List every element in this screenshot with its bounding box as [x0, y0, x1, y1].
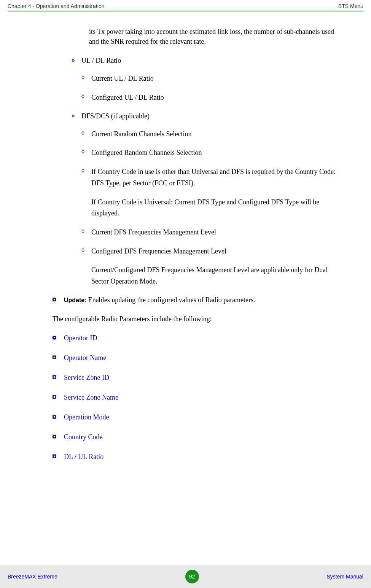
diamond-bullet-icon: ◊: [81, 246, 91, 257]
page-header: Chapter 4 - Operation and Administration…: [0, 0, 371, 11]
sub-bullet-label: UL / DL Ratio: [81, 56, 121, 65]
square-bullet-icon: [53, 413, 64, 422]
diamond-bullet-item: ◊ Current UL / DL Ratio: [81, 73, 344, 84]
square-bullet-icon: [53, 334, 64, 343]
update-description: : Enables updating the configured values…: [84, 296, 255, 304]
diamond-bullet-text: Configured DFS Frequencies Management Le…: [91, 246, 344, 257]
arrow-bullet-icon: »: [72, 56, 81, 65]
update-text: Update: Enables updating the configured …: [64, 295, 344, 305]
link-text[interactable]: Service Zone ID: [64, 373, 344, 382]
link-bullet-operator-id: Operator ID: [53, 333, 344, 343]
intro-paragraph: The configurable Radio Parameters includ…: [53, 314, 344, 324]
diamond-bullet-icon: ◊: [81, 92, 91, 104]
link-bullet-operation-mode: Operation Mode: [53, 412, 344, 422]
link-text[interactable]: Operator ID: [64, 333, 344, 343]
link-bullet-dl-ul-ratio: DL / UL Ratio: [53, 452, 344, 462]
footer-product-name[interactable]: BreezeMAX Extreme: [8, 574, 57, 580]
diamond-bullet-icon: ◊: [81, 227, 91, 238]
diamond-bullet-icon: ◊: [81, 147, 91, 159]
square-bullet-icon: [53, 354, 64, 363]
footer-manual-title[interactable]: System Manual: [327, 574, 363, 580]
link-bullet-service-zone-id: Service Zone ID: [53, 373, 344, 382]
header-chapter-title: Chapter 4 - Operation and Administration: [8, 3, 104, 9]
link-text[interactable]: Operator Name: [64, 353, 344, 363]
link-bullet-operator-name: Operator Name: [53, 353, 344, 363]
page-number-badge: 92: [185, 570, 199, 583]
diamond-bullet-text: Current DFS Frequencies Management Level: [91, 227, 344, 238]
diamond-bullet-text: Current UL / DL Ratio: [91, 73, 344, 84]
update-bullet: Update: Enables updating the configured …: [53, 295, 344, 305]
page-footer: BreezeMAX Extreme 92 System Manual: [0, 565, 371, 588]
main-content: its Tx power taking into account the est…: [0, 11, 371, 479]
continuation-text: If Country Code is Universal: Current DF…: [91, 197, 344, 219]
square-bullet-icon: [53, 433, 64, 442]
diamond-bullet-item: ◊ Configured DFS Frequencies Management …: [81, 246, 344, 257]
square-bullet-icon: [53, 453, 64, 462]
sub-bullet-dfs-dcs: » DFS/DCS (if applicable): [72, 111, 344, 121]
diamond-bullet-text: If Country Code in use is other than Uni…: [91, 166, 344, 189]
link-bullet-country-code: Country Code: [53, 432, 344, 442]
diamond-bullet-item: ◊ Configured UL / DL Ratio: [81, 92, 344, 104]
link-text[interactable]: Country Code: [64, 432, 344, 442]
diamond-bullet-text: Current Random Channels Selection: [91, 129, 344, 140]
square-bullet-icon: [53, 374, 64, 382]
diamond-bullet-icon: ◊: [81, 73, 91, 84]
arrow-bullet-icon: »: [72, 111, 81, 121]
diamond-bullet-text: Configured UL / DL Ratio: [91, 92, 344, 104]
update-bold-label: Update: [64, 297, 84, 303]
diamond-bullet-icon: ◊: [81, 129, 91, 140]
diamond-bullet-item: ◊ Current DFS Frequencies Management Lev…: [81, 227, 344, 238]
square-bullet-icon: [53, 394, 64, 402]
diamond-bullet-icon: ◊: [81, 166, 91, 189]
continuation-paragraph: its Tx power taking into account the est…: [89, 27, 344, 46]
diamond-bullet-item: ◊ If Country Code in use is other than U…: [81, 166, 344, 189]
link-text[interactable]: Operation Mode: [64, 412, 344, 422]
sub-bullet-ul-dl-ratio: » UL / DL Ratio: [72, 56, 344, 65]
square-bullet-icon: [53, 296, 64, 305]
header-menu-title: BTS Menu: [338, 3, 363, 9]
diamond-bullet-item: ◊ Configured Random Channels Selection: [81, 147, 344, 159]
sub-bullet-label: DFS/DCS (if applicable): [81, 111, 150, 121]
diamond-bullet-text: Configured Random Channels Selection: [91, 147, 344, 159]
link-bullet-service-zone-name: Service Zone Name: [53, 392, 344, 402]
link-text[interactable]: Service Zone Name: [64, 392, 344, 402]
diamond-bullet-item: ◊ Current Random Channels Selection: [81, 129, 344, 140]
continuation-text: Current/Configured DFS Frequencies Manag…: [91, 265, 344, 287]
link-text[interactable]: DL / UL Ratio: [64, 452, 344, 462]
